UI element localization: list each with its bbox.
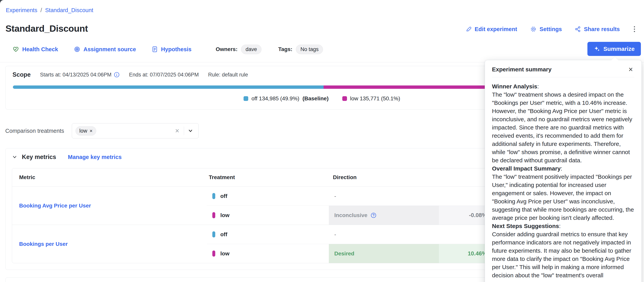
column-header-metric: Metric (19, 168, 35, 186)
legend-item-low: low 135,771 (50.1%) (342, 95, 400, 102)
comparison-treatments-label: Comparison treatments (5, 128, 64, 134)
direction-cell-inconclusive: Inconclusive (329, 206, 439, 225)
panel-title: Experiment summary (492, 66, 552, 73)
tab-assignment-source[interactable]: Assignment source (74, 46, 136, 53)
share-results-label: Share results (584, 26, 620, 33)
treatment-name: low (220, 212, 230, 218)
sparkles-icon (594, 46, 600, 52)
key-metrics-header: Key metrics Manage key metrics (12, 154, 122, 161)
owners-group: Owners: dave (216, 45, 262, 54)
legend-swatch-off (244, 96, 248, 101)
tab-health-check-label: Health Check (22, 46, 58, 53)
document-icon (152, 46, 158, 53)
treatment-marker-low (212, 250, 215, 256)
scope-starts: Starts at: 04/13/2025 04:06PM (40, 72, 120, 78)
summarize-label: Summarize (604, 46, 635, 52)
summary-heading: Next Steps Suggestions (492, 223, 559, 229)
share-icon (575, 26, 581, 32)
allocation-bar-off-segment (13, 85, 324, 89)
scope-header: Scope Starts at: 04/13/2025 04:06PM Ends… (12, 71, 248, 78)
direction-cell: - (329, 225, 439, 244)
manage-key-metrics-link[interactable]: Manage key metrics (68, 154, 122, 160)
breadcrumb-separator: / (40, 7, 42, 14)
breadcrumb-experiments-link[interactable]: Experiments (6, 7, 37, 14)
legend-text-low: low 135,771 (50.1%) (350, 95, 400, 102)
question-circle-icon[interactable] (370, 212, 376, 218)
pencil-icon (466, 26, 472, 32)
scope-title: Scope (12, 71, 31, 78)
scope-starts-text: Starts at: 04/13/2025 04:06PM (40, 72, 112, 78)
collapse-chevron-down-icon[interactable] (12, 155, 17, 160)
tab-assignment-source-label: Assignment source (84, 46, 136, 53)
metric-link-bookings-per-user[interactable]: Bookings per User (19, 225, 68, 263)
summary-text: Consider adding guardrail metrics to ens… (492, 231, 631, 278)
column-header-direction: Direction (333, 168, 356, 186)
treatment-name: off (220, 193, 227, 199)
direction-cell-desired: Desired (329, 244, 439, 263)
legend-text-off: off 134,985 (49.9%) (251, 95, 299, 102)
treatment-marker-off (212, 231, 215, 237)
summary-section-winner: Winner Analysis: The "low" treatment sho… (492, 82, 634, 165)
owners-label: Owners: (216, 46, 238, 52)
owner-pill[interactable]: dave (241, 45, 262, 54)
select-divider (184, 126, 184, 135)
delta-cell-positive: 10.46% (439, 244, 492, 263)
treatment-name: off (220, 231, 227, 238)
direction-cell: - (329, 187, 439, 206)
treatment-marker-off (212, 193, 215, 199)
settings-button[interactable]: Settings (530, 26, 562, 33)
close-icon[interactable]: × (627, 66, 634, 73)
metric-link-booking-avg-price[interactable]: Booking Avg Price per User (19, 187, 91, 225)
app-window: Experiments / Standard_Discount Standard… (0, 0, 644, 282)
chip-remove-icon[interactable]: × (90, 128, 92, 134)
summarize-button[interactable]: Summarize (588, 42, 641, 56)
comparison-treatments-row: Comparison treatments low × × (5, 123, 199, 138)
column-header-treatment: Treatment (209, 168, 235, 186)
target-icon (74, 46, 80, 53)
delta-cell (439, 225, 492, 244)
scope-rule: Rule: default rule (208, 72, 248, 78)
delta-cell-negative: -0.08% (439, 206, 492, 225)
edit-experiment-button[interactable]: Edit experiment (466, 26, 517, 33)
more-options-button[interactable] (633, 25, 636, 33)
select-clear-button[interactable]: × (172, 127, 182, 135)
summary-section-next-steps: Next Steps Suggestions: Consider adding … (492, 222, 634, 279)
page-title: Standard_Discount (6, 23, 88, 34)
summary-text: The "low" treatment shows a desired impa… (492, 91, 632, 164)
delta-cell (439, 187, 492, 206)
experiment-summary-panel: Experiment summary × Winner Analysis: Th… (485, 60, 642, 282)
tags-label: Tags: (278, 46, 292, 52)
legend-baseline-tag: (Baseline) (302, 95, 329, 102)
share-results-button[interactable]: Share results (575, 26, 620, 33)
summary-heading: Winner Analysis (492, 83, 537, 90)
legend-swatch-low (342, 96, 347, 101)
heart-check-icon (12, 46, 19, 53)
gear-icon (530, 26, 537, 33)
no-tags-pill[interactable]: No tags (296, 45, 323, 54)
direction-label: Inconclusive (334, 212, 368, 218)
header-actions: Edit experiment Settings Share results (466, 25, 636, 33)
tab-hypothesis-label: Hypothesis (161, 46, 192, 53)
edit-experiment-label: Edit experiment (474, 26, 517, 33)
breadcrumb-current-link[interactable]: Standard_Discount (45, 7, 93, 14)
treatment-name: low (220, 250, 230, 257)
settings-label: Settings (540, 26, 562, 33)
scope-ends: Ends at: 07/07/2025 04:06PM (129, 72, 199, 78)
panel-body: Winner Analysis: The "low" treatment sho… (492, 82, 634, 279)
experiment-toolbar: Health Check Assignment source Hypothesi… (12, 43, 323, 55)
treatment-chip-label: low (79, 128, 87, 134)
kebab-icon (634, 26, 635, 27)
tab-hypothesis[interactable]: Hypothesis (152, 46, 192, 53)
legend-item-off: off 134,985 (49.9%) (Baseline) (244, 95, 328, 102)
page-surface: Experiments / Standard_Discount Standard… (0, 0, 644, 282)
breadcrumb: Experiments / Standard_Discount (6, 7, 93, 14)
summary-section-impact: Overall Impact Summary: The "low" treatm… (492, 165, 634, 222)
tab-health-check[interactable]: Health Check (12, 46, 58, 53)
summary-text: The "low" treatment positively impacted … (492, 174, 634, 221)
key-metrics-title: Key metrics (22, 154, 56, 161)
treatment-chip-low[interactable]: low × (76, 126, 96, 135)
tags-group: Tags: No tags (278, 45, 323, 54)
select-chevron-down-icon[interactable] (186, 128, 195, 134)
comparison-treatments-select[interactable]: low × × (72, 123, 199, 138)
info-icon[interactable] (114, 72, 120, 78)
